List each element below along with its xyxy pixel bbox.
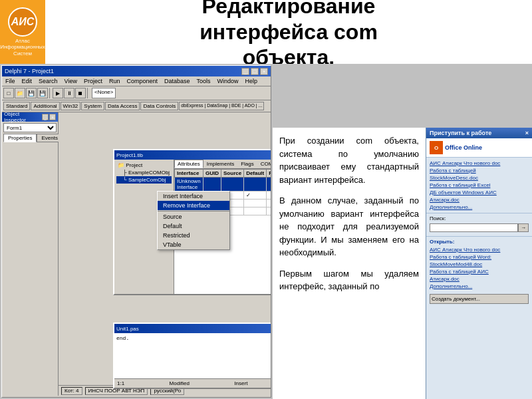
object-inspector: Object Inspector _ × Form1 Properties Ev… (2, 112, 59, 396)
palette-standard[interactable]: Standard (3, 102, 30, 110)
sidebar-file-3[interactable]: StockMoveMod48.doc (430, 261, 529, 268)
menu-tools[interactable]: Tools (195, 77, 213, 85)
text-paragraph-3: Первым шагом мы удаляем интерфейс, задан… (279, 267, 419, 293)
toolbar-section-1: □ 📁 💾 💾 (3, 88, 50, 98)
sidebar-close-btn[interactable]: × (525, 130, 529, 136)
menu-file[interactable]: File (3, 77, 17, 85)
sidebar-links-section: АИС Атисарк Что нового doc Работа с табл… (426, 158, 532, 213)
ctx-insert-interface[interactable]: Insert Interface (158, 192, 229, 201)
ctx-restricted[interactable]: Restricted (158, 231, 229, 240)
palette-additional[interactable]: Additional (31, 102, 59, 110)
tree-project[interactable]: 📁 Project (116, 162, 172, 169)
toolbar-pause-btn[interactable]: ⏸ (64, 88, 74, 98)
sidebar-logo-text: Office Online (445, 144, 482, 151)
ctx-divider (158, 211, 229, 211)
sidebar-link-1[interactable]: АИС Атисарк Что нового doc (430, 160, 529, 167)
sidebar-file-4[interactable]: Работа с таблицей АИС (430, 268, 529, 275)
tlb-window-title: Project1.tlb _ □ × (114, 150, 271, 160)
toolbar-none-selector[interactable]: <None> (92, 88, 116, 98)
palette-system[interactable]: System (81, 102, 104, 110)
inspector-close[interactable]: × (49, 114, 56, 120)
palette-data-controls[interactable]: Data Controls (140, 102, 178, 110)
ide-titlebar: Delphi 7 - Project1 _ □ × (2, 66, 271, 76)
sidebar-file-more[interactable]: Дополнительно... (430, 283, 529, 290)
toolbar-stop-btn[interactable]: ⏹ (75, 88, 86, 98)
sidebar-search-input[interactable] (430, 223, 518, 232)
sidebar-link-3[interactable]: StockMoveDesc.doc (430, 174, 529, 182)
menu-edit[interactable]: Edit (20, 77, 35, 85)
ide-maximize-button[interactable]: □ (251, 68, 259, 75)
tree-example-com[interactable]: ├ ExampleCOMObj (116, 169, 172, 176)
tlb-tab-complus[interactable]: COM+ (257, 160, 271, 168)
page-title: Редактирование интерфейса com объекта. (200, 0, 378, 70)
object-inspector-body: Form1 Properties Events (2, 122, 58, 144)
menu-window[interactable]: Window (215, 77, 241, 85)
ctx-source[interactable]: Source (158, 212, 229, 221)
create-document-button[interactable]: Создать документ... (430, 294, 529, 304)
text-paragraph-2: В данном случае, заданный по умолчанию в… (279, 194, 419, 259)
menu-help[interactable]: Help (243, 77, 260, 85)
sidebar-link-4[interactable]: Работа с таблицей Excel (430, 182, 529, 189)
col-restricted: Restricted (267, 170, 271, 178)
logo-circle: АИС (8, 7, 37, 37)
sidebar-link-more[interactable]: Дополнительно... (430, 203, 529, 211)
col-interface: Interface (175, 170, 203, 178)
logo-area: АИС Атлас Информационных Систем (0, 0, 45, 64)
ide-title: Delphi 7 - Project1 (5, 68, 54, 74)
menu-database[interactable]: Database (162, 77, 192, 85)
toolbar-saveall-btn[interactable]: 💾 (37, 88, 48, 98)
sidebar-open-section: Открыть: АИС Атисарк Что нового doc Рабо… (426, 237, 532, 292)
toolbar-new-btn[interactable]: □ (3, 88, 14, 98)
palette-data-access[interactable]: Data Access (105, 102, 140, 110)
menu-project[interactable]: Project (82, 77, 104, 85)
toolbar-section-2: ▶ ⏸ ⏹ (53, 88, 88, 98)
inspector-minimize[interactable]: _ (42, 114, 49, 120)
palette-more[interactable]: dbExpress | DataSnap | BDE | ADO | ... (179, 102, 264, 110)
toolbar-open-btn[interactable]: 📁 (15, 88, 25, 98)
object-inspector-select[interactable]: Form1 (3, 123, 57, 132)
code-statusbar: 1:1 Modified Insert Code (114, 378, 271, 388)
sidebar-open-title: Открыть: (430, 239, 529, 245)
ide-close-button[interactable]: × (260, 68, 268, 75)
menu-run[interactable]: Run (107, 77, 122, 85)
sidebar-logo: O Office Online (426, 138, 532, 158)
tlb-tab-flags[interactable]: Flags (237, 160, 257, 168)
sidebar-file-2[interactable]: Работа с таблицей Word: (430, 253, 529, 261)
text-paragraph-1: При создании com объекта, система по умо… (279, 134, 419, 186)
text-content: При создании com объекта, система по умо… (279, 134, 419, 293)
sidebar-search-section: Поиск: → (426, 213, 532, 237)
menu-view[interactable]: View (63, 77, 79, 85)
code-content: end. (116, 335, 129, 341)
object-inspector-title: Object Inspector _ × (2, 112, 58, 122)
palette-win32[interactable]: Win32 (61, 102, 81, 110)
sidebar-link-6[interactable]: Атисарк.doc (430, 196, 529, 203)
object-inspector-label: Object Inspector (4, 112, 42, 123)
sidebar-link-2[interactable]: Работа с таблицей (430, 167, 529, 174)
object-inspector-tabs: Properties Events (3, 134, 57, 142)
inspector-tab-properties[interactable]: Properties (3, 134, 37, 142)
tree-sample-com[interactable]: └ SampleComObj (116, 176, 172, 184)
component-palette: Standard Additional Win32 System Data Ac… (2, 100, 271, 112)
ctx-default[interactable]: Default (158, 221, 229, 231)
sidebar-link-5[interactable]: ДБ объектов Windows АИС (430, 189, 529, 196)
tlb-title-text: Project1.tlb (116, 152, 143, 158)
ide-body: Object Inspector _ × Form1 Properties Ev… (2, 112, 271, 396)
tlb-tabs: Attributes Implements Flags COM+ Text (174, 160, 271, 169)
ctx-vtable[interactable]: VTable (158, 240, 229, 249)
ctx-remove-interface[interactable]: Remove Interface (158, 201, 229, 210)
ide-panel: Delphi 7 - Project1 _ □ × File Edit Sear… (0, 64, 273, 399)
project-manager: Project1.tlb _ □ × 📁 Project ├ Ex (59, 112, 271, 396)
table-row[interactable]: IUnknown Interface (175, 178, 271, 192)
menu-component[interactable]: Component (124, 77, 160, 85)
toolbar-run-btn[interactable]: ▶ (53, 88, 63, 98)
sidebar-title: Приступить к работе × (426, 128, 532, 138)
toolbar-save-btn[interactable]: 💾 (26, 88, 37, 98)
sidebar-file-5[interactable]: Атисарк.doc (430, 275, 529, 283)
menu-search[interactable]: Search (37, 77, 60, 85)
cell-interface: IUnknown Interface (175, 178, 203, 192)
ide-minimize-button[interactable]: _ (241, 68, 249, 75)
tlb-tab-implements[interactable]: Implements (203, 160, 237, 168)
sidebar-search-button[interactable]: → (518, 223, 529, 232)
sidebar-file-1[interactable]: АИС Атисарк Что нового doc (430, 246, 529, 253)
tlb-tab-attributes[interactable]: Attributes (174, 160, 203, 168)
